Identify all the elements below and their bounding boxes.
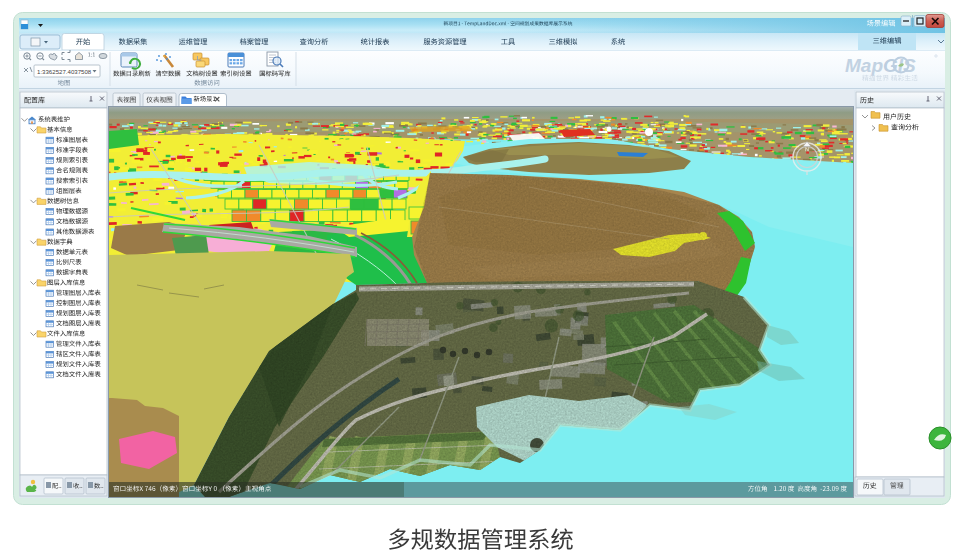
svg-text:1:3362527.4037508: 1:3362527.4037508 <box>37 68 92 75</box>
